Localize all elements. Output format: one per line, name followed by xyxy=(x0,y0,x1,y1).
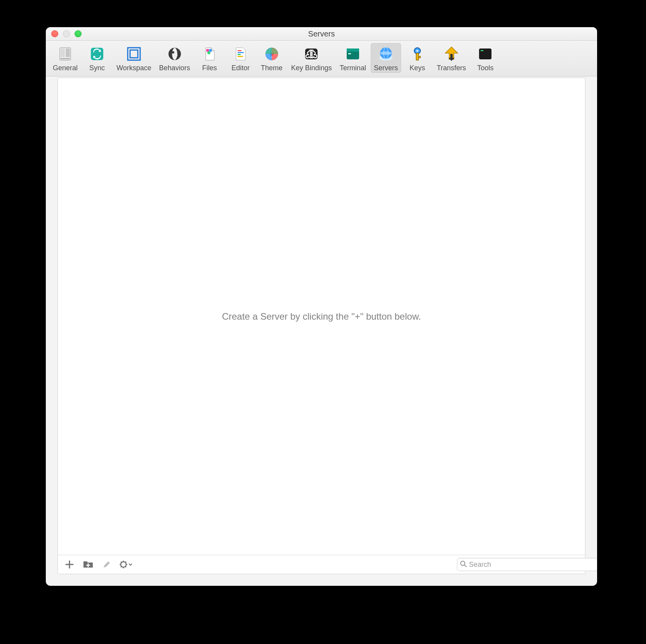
footer-bar xyxy=(58,555,585,574)
tab-label: Files xyxy=(202,64,217,72)
add-group-button[interactable] xyxy=(80,558,96,571)
svg-rect-13 xyxy=(238,50,241,51)
svg-rect-16 xyxy=(238,56,243,57)
pencil-icon xyxy=(102,560,111,569)
svg-point-8 xyxy=(172,51,174,54)
search-icon xyxy=(460,561,467,568)
preferences-toolbar: General Sync Workspace Behaviors Files xyxy=(46,41,597,76)
svg-line-37 xyxy=(121,562,122,563)
tab-label: Tools xyxy=(477,64,493,72)
tools-icon xyxy=(476,45,495,63)
search-input[interactable] xyxy=(457,558,597,571)
svg-rect-15 xyxy=(238,54,241,55)
workspace-icon xyxy=(125,45,143,63)
theme-icon xyxy=(262,45,281,63)
tab-label: Editor xyxy=(231,64,250,72)
tab-label: Key Bindings xyxy=(291,64,332,72)
titlebar: Servers xyxy=(46,27,597,41)
svg-line-38 xyxy=(125,566,126,567)
svg-line-40 xyxy=(125,562,126,563)
tab-label: Transfers xyxy=(437,64,466,72)
server-list: Create a Server by clicking the "+" butt… xyxy=(58,78,585,555)
svg-point-9 xyxy=(175,54,177,57)
svg-rect-29 xyxy=(419,56,420,58)
folder-plus-icon xyxy=(83,560,93,569)
behaviors-icon xyxy=(165,45,184,63)
tab-files[interactable]: Files xyxy=(195,43,224,73)
switch-icon xyxy=(56,45,75,63)
minimize-window-button[interactable] xyxy=(63,30,70,37)
tab-label: Sync xyxy=(89,64,105,72)
tab-keys[interactable]: Keys xyxy=(403,43,432,73)
svg-rect-22 xyxy=(348,53,351,54)
svg-line-42 xyxy=(464,565,466,567)
tab-tools[interactable]: Tools xyxy=(471,43,500,73)
key-bindings-icon xyxy=(302,45,321,63)
svg-line-39 xyxy=(121,566,122,567)
tab-label: Workspace xyxy=(116,64,151,72)
window-title: Servers xyxy=(308,29,335,38)
plus-icon xyxy=(65,560,74,569)
editor-icon xyxy=(231,45,250,63)
tab-general[interactable]: General xyxy=(50,43,81,73)
tab-label: Behaviors xyxy=(159,64,190,72)
tab-label: Servers xyxy=(374,64,398,72)
svg-rect-6 xyxy=(130,50,138,58)
tab-label: Terminal xyxy=(340,64,366,72)
svg-rect-14 xyxy=(238,52,244,53)
close-window-button[interactable] xyxy=(51,30,58,37)
tab-label: Theme xyxy=(261,64,283,72)
svg-point-27 xyxy=(416,50,419,52)
transfers-icon xyxy=(442,45,461,63)
tab-sync[interactable]: Sync xyxy=(82,43,112,73)
keys-icon xyxy=(408,45,427,63)
zoom-window-button[interactable] xyxy=(75,30,82,37)
servers-icon xyxy=(377,45,395,63)
preferences-window: Servers General Sync Workspace Beha xyxy=(46,27,597,586)
tab-behaviors[interactable]: Behaviors xyxy=(156,43,193,73)
tab-label: General xyxy=(53,64,78,72)
tab-terminal[interactable]: Terminal xyxy=(337,43,369,73)
tab-transfers[interactable]: Transfers xyxy=(434,43,469,73)
tab-editor[interactable]: Editor xyxy=(226,43,255,73)
sync-icon xyxy=(88,45,106,63)
terminal-icon xyxy=(344,45,362,63)
svg-point-32 xyxy=(121,562,126,567)
tab-label: Keys xyxy=(410,64,425,72)
edit-button xyxy=(99,558,115,571)
chevron-down-icon xyxy=(129,564,132,565)
files-icon xyxy=(200,45,219,63)
svg-rect-21 xyxy=(347,48,359,52)
svg-rect-28 xyxy=(416,53,419,60)
svg-rect-1 xyxy=(61,48,65,57)
svg-point-12 xyxy=(207,51,210,54)
add-button[interactable] xyxy=(62,558,77,571)
svg-rect-31 xyxy=(481,50,483,51)
svg-rect-3 xyxy=(61,58,70,59)
svg-rect-2 xyxy=(66,48,70,57)
gear-icon xyxy=(119,560,132,569)
tab-theme[interactable]: Theme xyxy=(257,43,287,73)
content-panel: Create a Server by clicking the "+" butt… xyxy=(57,78,585,574)
empty-state-message: Create a Server by clicking the "+" butt… xyxy=(222,311,421,322)
tab-servers[interactable]: Servers xyxy=(371,43,401,73)
action-menu-button[interactable] xyxy=(118,558,133,571)
tab-key-bindings[interactable]: Key Bindings xyxy=(288,43,335,73)
tab-workspace[interactable]: Workspace xyxy=(113,43,155,73)
window-controls xyxy=(51,30,82,37)
search-field[interactable] xyxy=(457,558,581,571)
